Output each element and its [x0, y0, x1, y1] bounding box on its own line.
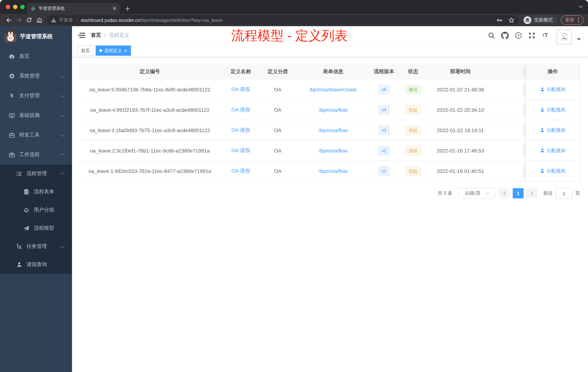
pagination: 共 5 条 10条/页 1	[79, 188, 580, 199]
update-label[interactable]: 更新	[565, 17, 575, 23]
sidebar-item-workflow[interactable]: 工作流程	[0, 145, 72, 164]
close-window-button[interactable]	[6, 5, 10, 9]
page-size-select[interactable]: 10条/页	[458, 188, 495, 199]
column-header: 状态	[396, 65, 430, 79]
password-key-icon[interactable]	[496, 17, 503, 23]
avatar[interactable]	[557, 29, 572, 44]
sidebar-item-user-group[interactable]: 用户分组	[0, 201, 72, 219]
toolbox-icon	[9, 132, 15, 138]
tags-view: 首页 流程定义	[72, 44, 588, 57]
back-button[interactable]	[4, 15, 14, 25]
sidebar-item-home[interactable]: 首页	[0, 47, 72, 66]
definition-category: OA	[261, 120, 294, 140]
table-spacer	[491, 79, 525, 99]
table-spacer	[491, 141, 525, 161]
sidebar-item-process-model[interactable]: 流程模型	[0, 219, 72, 237]
fullscreen-icon[interactable]	[528, 31, 536, 39]
form-link[interactable]: /bpm/oa/flow	[319, 127, 348, 133]
definition-table: 定义编号 定义名称 定义分类 表单信息 流程版本 状态 部署时间 操作 oa_l…	[79, 65, 580, 181]
sidebar-item-devtools[interactable]: 研发工具	[0, 125, 72, 145]
sidebar-item-label: 系统管理	[19, 73, 40, 79]
user-icon	[540, 169, 545, 173]
not-secure-label[interactable]: 不安全	[59, 17, 73, 23]
tab-search-chevron-icon[interactable]	[578, 5, 583, 8]
address-bar[interactable]: 不安全 dashboard.yudao.iocoder.cn/bpm/manag…	[47, 15, 519, 25]
sidebar-toggle-icon[interactable]	[78, 32, 85, 39]
next-page-button[interactable]	[526, 188, 537, 198]
sidebar-item-label: 工作流程	[19, 152, 40, 158]
definition-name-link[interactable]: OA 请假	[231, 147, 250, 154]
browser-update-button[interactable]: 更新	[561, 15, 584, 25]
assign-rule-button[interactable]: 分配规则	[540, 127, 566, 133]
version-badge: v3	[378, 125, 390, 135]
favicon-plant-icon	[31, 6, 36, 11]
assign-rule-button[interactable]: 分配规则	[540, 107, 566, 113]
version-badge: v5	[378, 85, 390, 94]
tag-process-definition[interactable]: 流程定义	[96, 45, 131, 56]
help-question-icon[interactable]: ?	[514, 31, 522, 39]
sidebar-item-infra[interactable]: 基础设施	[0, 106, 72, 125]
sidebar-item-leave-query[interactable]: 请假查询	[0, 255, 72, 274]
goto-unit-label: 页	[575, 190, 580, 197]
assign-rule-button[interactable]: 分配规则	[540, 86, 566, 93]
form-link[interactable]: /bpm/oa/leave/create	[309, 87, 357, 92]
breadcrumb-separator: /	[104, 33, 106, 38]
sidebar-item-process-form[interactable]: 流程表单	[0, 183, 72, 201]
table-row: oa_leave:1:482ec033-762a-11ec-8477-a2380…	[79, 161, 580, 181]
yen-icon: ¥	[9, 92, 15, 99]
sidebar-item-label: 流程管理	[27, 170, 47, 177]
bookmark-star-icon[interactable]	[508, 17, 514, 23]
assign-rule-button[interactable]: 分配规则	[540, 168, 566, 174]
address-divider	[77, 17, 77, 22]
form-link[interactable]: /bpm/oa/flow	[319, 107, 348, 113]
version-badge: v4	[378, 105, 390, 114]
goto-page-input[interactable]: 1	[556, 188, 572, 199]
reload-button[interactable]	[24, 15, 34, 25]
minimize-window-button[interactable]	[13, 5, 17, 9]
home-button[interactable]	[34, 15, 44, 25]
breadcrumb-home[interactable]: 首页	[91, 32, 101, 39]
not-secure-warning-icon	[51, 18, 56, 22]
browser-toolbar: 不安全 dashboard.yudao.iocoder.cn/bpm/manag…	[0, 14, 588, 26]
sidebar-item-label: 首页	[19, 53, 30, 60]
browser-tab[interactable]: 芋道管理系统	[27, 3, 120, 14]
form-link[interactable]: /bpm/oa/flow	[319, 168, 348, 174]
definition-id: oa_leave:4:991f2193-7b7f-11ec-a3c8-acde4…	[79, 100, 220, 120]
form-link[interactable]: /bpm/oa/flow	[319, 148, 348, 153]
browser-chrome: 芋道管理系统	[0, 0, 588, 26]
sidebar-item-process-management[interactable]: 流程管理	[0, 164, 72, 183]
tag-close-icon[interactable]	[124, 49, 127, 52]
search-icon[interactable]	[487, 31, 495, 39]
sidebar-logo[interactable]: 芋道管理系统	[0, 26, 72, 47]
font-size-icon[interactable]: TT	[541, 31, 549, 39]
definition-name-link[interactable]: OA 请假	[231, 127, 250, 133]
current-page-button[interactable]: 1	[513, 188, 524, 198]
table-row: oa_leave:3:1fad3d93-7b75-11ec-a3c8-acde4…	[79, 120, 580, 141]
avatar-dropdown-caret-icon[interactable]	[577, 38, 581, 40]
pagination-total: 共 5 条	[438, 190, 452, 197]
table-header-row: 定义编号 定义名称 定义分类 表单信息 流程版本 状态 部署时间 操作	[79, 65, 580, 79]
new-tab-button[interactable]	[125, 6, 130, 11]
definition-name-link[interactable]: OA 请假	[231, 107, 250, 113]
url-path[interactable]: /bpm/manager/definition?key=oa_leave	[140, 17, 223, 23]
definition-name-link[interactable]: OA 请假	[231, 168, 250, 174]
sidebar-item-task-management[interactable]: 任务管理	[0, 237, 72, 255]
url-host[interactable]: dashboard.yudao.iocoder.cn	[81, 17, 140, 23]
definition-name-link[interactable]: OA 请假	[231, 86, 250, 93]
tag-home[interactable]: 首页	[77, 45, 94, 56]
definition-category: OA	[261, 161, 294, 181]
tab-close-icon[interactable]	[113, 7, 116, 10]
sidebar-item-system[interactable]: 系统管理	[0, 66, 72, 86]
browser-menu-dots-icon[interactable]	[578, 17, 579, 23]
assign-rule-button[interactable]: 分配规则	[540, 147, 566, 154]
maximize-window-button[interactable]	[20, 5, 25, 9]
table-spacer	[491, 100, 525, 120]
prev-page-button[interactable]	[499, 188, 510, 198]
deploy-time: 2022-01-22 21:48:38	[430, 79, 491, 99]
github-icon[interactable]	[501, 31, 509, 39]
version-badge: v1	[378, 166, 390, 176]
forward-button[interactable]	[14, 15, 24, 25]
sidebar-item-payment[interactable]: ¥ 支付管理	[0, 86, 72, 106]
user-icon	[540, 128, 545, 132]
tag-current-label: 流程定义	[104, 47, 122, 54]
